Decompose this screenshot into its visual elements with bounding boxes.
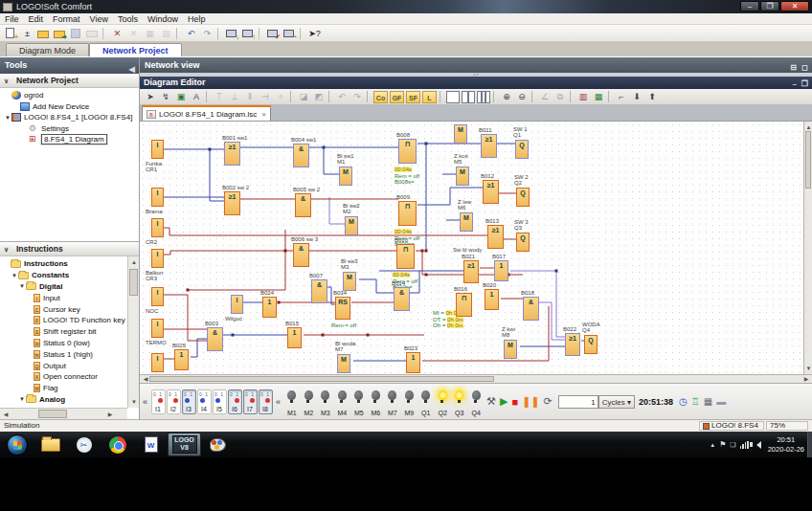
- block-I[interactable]: I: [151, 218, 164, 237]
- cut-icon[interactable]: ✕: [126, 27, 141, 40]
- sim-input-i6[interactable]: 0 1I6: [228, 389, 242, 414]
- cycles-input[interactable]: 1: [558, 395, 598, 409]
- print-icon[interactable]: [85, 27, 100, 40]
- taskbar-logo-soft-comfort[interactable]: LOGOV8: [168, 433, 201, 456]
- block-b024[interactable]: 1: [262, 297, 277, 318]
- block-sw-3[interactable]: Q: [516, 233, 530, 252]
- taskbar-explorer[interactable]: [34, 433, 67, 456]
- net-link-icon[interactable]: ▣: [174, 91, 188, 103]
- block-b005-sw-2[interactable]: &: [295, 193, 311, 217]
- compare-icon[interactable]: ▦: [592, 91, 605, 103]
- diagram-tab[interactable]: B LOGO! 8.FS4_1 Diagram.lsc ×: [142, 105, 271, 121]
- menu-help[interactable]: Help: [183, 14, 211, 24]
- block-I[interactable]: I: [151, 287, 164, 306]
- join-icon[interactable]: ◪: [297, 91, 310, 103]
- redo-icon[interactable]: ↷: [200, 27, 214, 40]
- logo-to-pc-icon[interactable]: ↑: [241, 27, 256, 40]
- instruction-output[interactable]: QOutput: [0, 360, 127, 371]
- open-icon[interactable]: [36, 27, 51, 40]
- block-M[interactable]: M: [454, 124, 467, 144]
- tab-network-project[interactable]: Network Project: [89, 43, 182, 56]
- tree-item-add-new-device[interactable]: Add New Device: [0, 101, 139, 113]
- download-pc-icon[interactable]: ⬇: [630, 91, 643, 103]
- block-bl-sw3[interactable]: M: [343, 272, 356, 291]
- cycles-dropdown[interactable]: Cycles ▾: [598, 395, 635, 409]
- co-constants-icon[interactable]: Co: [373, 91, 388, 103]
- zoom-in-icon[interactable]: ⊕: [500, 91, 513, 103]
- block-bl-woda[interactable]: M: [337, 354, 350, 373]
- sf-special-icon[interactable]: SF: [406, 91, 420, 103]
- l-label-icon[interactable]: L: [422, 91, 437, 103]
- block-I[interactable]: I: [151, 353, 164, 372]
- maximize-button[interactable]: ❐: [760, 1, 779, 11]
- instruction-logo-td-function-key[interactable]: FLOGO! TD Function key: [0, 315, 127, 326]
- dist-v-icon[interactable]: ÷: [274, 91, 287, 103]
- taskbar-paint[interactable]: [201, 433, 235, 456]
- block-I[interactable]: I: [151, 249, 164, 268]
- gf-basic-icon[interactable]: GF: [390, 91, 404, 103]
- probe-icon[interactable]: ⌐: [615, 91, 628, 103]
- collapse-chevron[interactable]: «: [276, 397, 281, 407]
- menu-tools[interactable]: Tools: [113, 14, 143, 24]
- grid-icon[interactable]: ⧉: [553, 91, 567, 103]
- menu-view[interactable]: View: [85, 14, 113, 24]
- block-b010[interactable]: ⊓: [396, 244, 415, 269]
- undo-icon[interactable]: ↶: [335, 91, 349, 103]
- clock-icon[interactable]: ◷: [679, 396, 688, 407]
- pointer-icon[interactable]: ➤: [144, 91, 157, 103]
- pc-to-logo-icon[interactable]: ↓: [225, 27, 239, 40]
- diagram-canvas[interactable]: IFurtka CR1IBramaICR2IBalkon CR3INOCITER…: [140, 122, 803, 374]
- block-b003[interactable]: &: [207, 327, 223, 351]
- transfer-clock-icon[interactable]: ◔: [282, 27, 297, 40]
- sim-input-i2[interactable]: 0 1I2: [167, 389, 181, 414]
- import-icon[interactable]: ±: [20, 27, 34, 40]
- redo-icon[interactable]: ↷: [350, 91, 364, 103]
- stop-button[interactable]: ■: [511, 396, 518, 408]
- block-b025[interactable]: 1: [174, 349, 189, 370]
- block-b015[interactable]: 1: [287, 327, 302, 348]
- refresh-button[interactable]: ⟳: [543, 395, 552, 408]
- instructions-header[interactable]: ∨Instructions: [0, 242, 139, 256]
- menu-file[interactable]: File: [0, 14, 24, 24]
- block-b011[interactable]: ≥1: [481, 134, 497, 158]
- pause-button[interactable]: ❚❚: [522, 395, 539, 408]
- block-b013[interactable]: ≥1: [487, 225, 504, 249]
- block-b017[interactable]: 1: [494, 260, 508, 281]
- instruction-open-connector[interactable]: XOpen connector: [0, 371, 127, 383]
- instruction-instructions[interactable]: Instructions: [0, 258, 127, 270]
- pane-1-icon[interactable]: [446, 91, 460, 103]
- sim-input-i7[interactable]: 0 1I7: [243, 389, 258, 414]
- block-b016[interactable]: ⊓: [456, 293, 472, 317]
- sim-input-i5[interactable]: 0 1I5: [213, 389, 227, 414]
- play-button[interactable]: ▶: [500, 395, 508, 408]
- block-b021[interactable]: ≥1: [463, 260, 479, 283]
- slant-icon[interactable]: ∠: [538, 91, 552, 103]
- tree-item-settings[interactable]: ⚙Settings: [0, 123, 139, 135]
- instructions-hscrollbar[interactable]: ◀▶: [0, 408, 127, 419]
- pin-icon[interactable]: ⊟: [790, 60, 797, 76]
- tray-expand-icon[interactable]: ▲: [710, 442, 715, 448]
- instruction-digital[interactable]: ▼Digital: [0, 281, 127, 293]
- block-sw-1[interactable]: Q: [515, 140, 529, 159]
- block-b014[interactable]: &: [394, 287, 410, 311]
- minimize-button[interactable]: –: [740, 1, 759, 11]
- minimize-editor-icon[interactable]: –: [793, 78, 797, 90]
- block-b002-sw-2[interactable]: ≥1: [224, 191, 240, 215]
- block-b018[interactable]: &: [523, 297, 539, 321]
- block-sw-2[interactable]: Q: [516, 188, 530, 207]
- delete-icon[interactable]: ✕: [110, 27, 124, 40]
- tree-item-logo-8-fs4-1-logo-8-fs4-[interactable]: ▼LOGO! 8.FS4_1 [LOGO! 8.FS4]: [0, 112, 139, 123]
- canvas-vscrollbar[interactable]: ▲▼: [803, 122, 812, 374]
- block-I[interactable]: I: [151, 319, 164, 338]
- network-icon[interactable]: [740, 441, 749, 449]
- menu-edit[interactable]: Edit: [24, 14, 49, 24]
- network-sim-icon[interactable]: ♖: [691, 396, 700, 407]
- block-I[interactable]: I: [151, 140, 164, 159]
- split-icon[interactable]: ◩: [312, 91, 326, 103]
- instruction-constants[interactable]: ▼Constants: [0, 270, 127, 281]
- dist-h-icon[interactable]: ⊣: [259, 91, 272, 103]
- instructions-vscrollbar[interactable]: ▲▼: [127, 256, 139, 408]
- block-b008[interactable]: ⊓: [398, 139, 417, 164]
- context-help-icon[interactable]: ➤?: [307, 27, 322, 40]
- instruction-flag[interactable]: MFlag: [0, 383, 127, 394]
